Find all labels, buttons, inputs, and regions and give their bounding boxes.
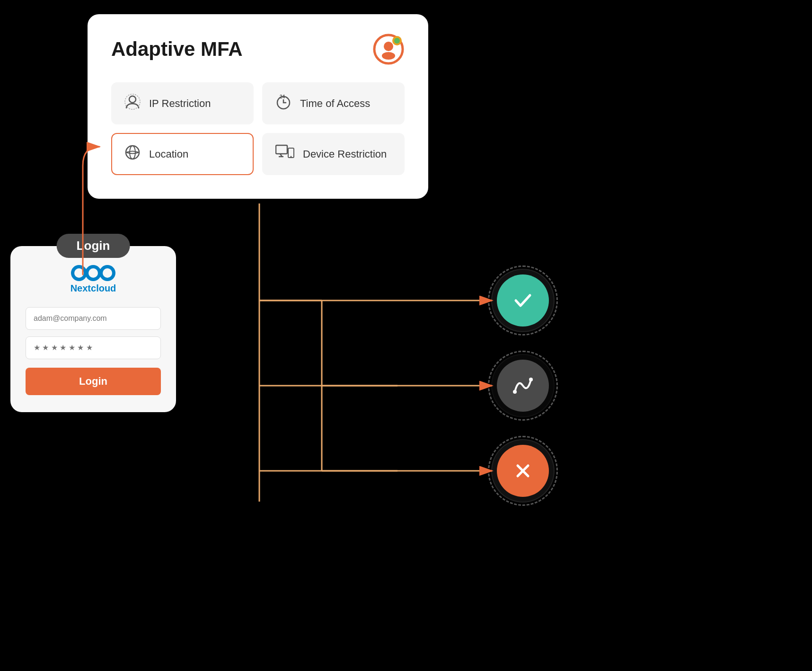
- svg-point-2: [382, 52, 395, 60]
- deny-circle: [497, 445, 549, 497]
- svg-point-10: [130, 146, 135, 159]
- device-restriction-label: Device Restriction: [303, 148, 387, 160]
- nextcloud-icon: [70, 263, 117, 283]
- time-of-access-label: Time of Access: [300, 97, 370, 110]
- clock-24-icon: 24: [275, 94, 291, 113]
- check-icon: [511, 289, 535, 312]
- person-pin-icon: [124, 94, 141, 113]
- globe-icon: [124, 144, 141, 164]
- mfa-logo-icon: [372, 33, 405, 65]
- svg-rect-11: [276, 145, 287, 154]
- svg-point-20: [513, 390, 517, 394]
- password-input[interactable]: [26, 336, 161, 359]
- mfa-item-ip-restriction[interactable]: IP Restriction: [111, 82, 254, 124]
- devices-icon: [275, 144, 294, 164]
- svg-point-17: [74, 268, 84, 278]
- success-circle: [497, 274, 549, 327]
- mfa-grid: IP Restriction 24 Time of Access: [111, 82, 405, 175]
- login-card: Login Nextcloud Login: [10, 246, 176, 412]
- svg-point-18: [88, 268, 98, 278]
- mfa-item-location[interactable]: Location: [111, 133, 254, 175]
- login-badge: Login: [57, 234, 130, 258]
- route-icon: [511, 374, 535, 397]
- mfa-item-device-restriction[interactable]: Device Restriction: [262, 133, 405, 175]
- svg-point-9: [126, 146, 139, 159]
- svg-point-21: [529, 378, 533, 381]
- nextcloud-brand: Nextcloud: [71, 283, 116, 294]
- x-icon: [511, 459, 535, 483]
- location-label: Location: [149, 148, 188, 160]
- ip-restriction-label: IP Restriction: [149, 97, 211, 110]
- svg-point-19: [103, 268, 112, 278]
- mfa-title: Adaptive MFA: [111, 38, 243, 61]
- mfa-item-time-of-access[interactable]: 24 Time of Access: [262, 82, 405, 124]
- mfa-circle: [497, 360, 549, 412]
- svg-point-1: [384, 42, 393, 51]
- nextcloud-logo: Nextcloud: [26, 263, 161, 294]
- mfa-header: Adaptive MFA: [111, 33, 405, 65]
- mfa-card: Adaptive MFA IP Restriction: [88, 14, 428, 199]
- login-button[interactable]: Login: [26, 368, 161, 395]
- svg-point-13: [291, 156, 292, 158]
- email-input[interactable]: [26, 307, 161, 330]
- svg-text:24: 24: [280, 94, 285, 99]
- svg-point-5: [129, 96, 136, 103]
